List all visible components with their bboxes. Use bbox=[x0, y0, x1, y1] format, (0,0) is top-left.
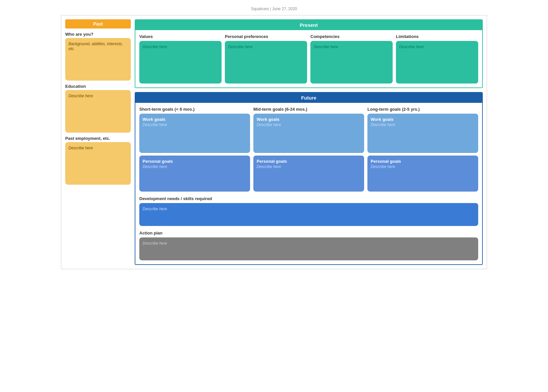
past-employment-label: Past employment, etc. bbox=[65, 136, 131, 141]
short-term-work-title: Work goals bbox=[143, 117, 247, 122]
action-plan-card[interactable]: Describe here bbox=[139, 237, 478, 260]
mid-term-work-card[interactable]: Work goals Describe here bbox=[253, 114, 364, 153]
short-term-personal-card[interactable]: Personal goals Describe here bbox=[139, 156, 250, 192]
present-grid: Values Describe here Personal preference… bbox=[135, 30, 482, 87]
mid-term-work-title: Work goals bbox=[257, 117, 361, 122]
values-card[interactable]: Describe here bbox=[139, 41, 222, 84]
short-term-personal-title: Personal goals bbox=[143, 159, 247, 164]
education-text: Describe here bbox=[68, 94, 93, 98]
competencies-card[interactable]: Describe here bbox=[310, 41, 393, 84]
mid-term-work-desc: Describe here bbox=[257, 122, 361, 127]
who-are-you-card[interactable]: Background, abilities, interests, etc. bbox=[65, 38, 131, 81]
future-section: Future Short-term goals (< 6 mos.) Work … bbox=[135, 92, 483, 265]
dev-needs-card[interactable]: Describe here bbox=[139, 203, 478, 226]
page-subtitle: Squatrues | June 27, 2020 bbox=[7, 7, 541, 11]
future-goals-grid: Short-term goals (< 6 mos.) Work goals D… bbox=[139, 107, 478, 192]
values-label: Values bbox=[139, 34, 222, 39]
preferences-label: Personal preferences bbox=[225, 34, 307, 39]
education-card[interactable]: Describe here bbox=[65, 90, 131, 133]
values-text: Describe here bbox=[143, 45, 167, 49]
short-term-personal-desc: Describe here bbox=[143, 164, 247, 169]
mid-term-personal-title: Personal goals bbox=[257, 159, 361, 164]
present-col-values: Values Describe here bbox=[139, 34, 222, 84]
limitations-text: Describe here bbox=[399, 45, 424, 49]
dev-needs-label: Development needs / skills required bbox=[139, 196, 478, 201]
past-employment-section: Past employment, etc. Describe here bbox=[65, 136, 131, 185]
education-section: Education Describe here bbox=[65, 84, 131, 133]
long-term-personal-title: Personal goals bbox=[371, 159, 475, 164]
short-term-col: Short-term goals (< 6 mos.) Work goals D… bbox=[139, 107, 250, 192]
who-are-you-text: Background, abilities, interests, etc. bbox=[68, 42, 123, 51]
past-employment-text: Describe here bbox=[68, 146, 93, 150]
long-term-col: Long-term goals (2-5 yrs.) Work goals De… bbox=[367, 107, 478, 192]
mid-term-label: Mid-term goals (6-24 mos.) bbox=[253, 107, 364, 112]
long-term-label: Long-term goals (2-5 yrs.) bbox=[367, 107, 478, 112]
present-section: Present Values Describe here Personal pr… bbox=[135, 19, 483, 88]
past-header: Past bbox=[65, 19, 131, 28]
mid-term-personal-desc: Describe here bbox=[257, 164, 361, 169]
long-term-work-card[interactable]: Work goals Describe here bbox=[367, 114, 478, 153]
education-label: Education bbox=[65, 84, 131, 89]
past-employment-card[interactable]: Describe here bbox=[65, 142, 131, 185]
short-term-work-card[interactable]: Work goals Describe here bbox=[139, 114, 250, 153]
mid-term-personal-card[interactable]: Personal goals Describe here bbox=[253, 156, 364, 192]
future-header: Future bbox=[135, 93, 482, 103]
long-term-personal-card[interactable]: Personal goals Describe here bbox=[367, 156, 478, 192]
dev-needs-text: Describe here bbox=[143, 207, 167, 211]
preferences-card[interactable]: Describe here bbox=[225, 41, 307, 84]
action-plan-label: Action plan bbox=[139, 231, 478, 235]
who-are-you-label: Who are you? bbox=[65, 32, 131, 37]
present-header: Present bbox=[135, 20, 482, 30]
competencies-label: Competencies bbox=[310, 34, 393, 39]
limitations-card[interactable]: Describe here bbox=[396, 41, 478, 84]
present-col-limitations: Limitations Describe here bbox=[396, 34, 478, 84]
who-are-you-section: Who are you? Background, abilities, inte… bbox=[65, 32, 131, 81]
action-plan-text: Describe here bbox=[143, 241, 167, 246]
preferences-text: Describe here bbox=[228, 45, 253, 49]
right-column: Present Values Describe here Personal pr… bbox=[135, 19, 483, 265]
future-content: Short-term goals (< 6 mos.) Work goals D… bbox=[135, 103, 482, 264]
present-col-competencies: Competencies Describe here bbox=[310, 34, 393, 84]
short-term-label: Short-term goals (< 6 mos.) bbox=[139, 107, 250, 112]
main-layout: Past Who are you? Background, abilities,… bbox=[61, 15, 487, 269]
short-term-work-desc: Describe here bbox=[143, 122, 247, 127]
long-term-work-title: Work goals bbox=[371, 117, 475, 122]
competencies-text: Describe here bbox=[314, 45, 338, 49]
mid-term-col: Mid-term goals (6-24 mos.) Work goals De… bbox=[253, 107, 364, 192]
past-column: Past Who are you? Background, abilities,… bbox=[65, 19, 131, 265]
long-term-work-desc: Describe here bbox=[371, 122, 475, 127]
long-term-personal-desc: Describe here bbox=[371, 164, 475, 169]
limitations-label: Limitations bbox=[396, 34, 478, 39]
present-col-preferences: Personal preferences Describe here bbox=[225, 34, 307, 84]
